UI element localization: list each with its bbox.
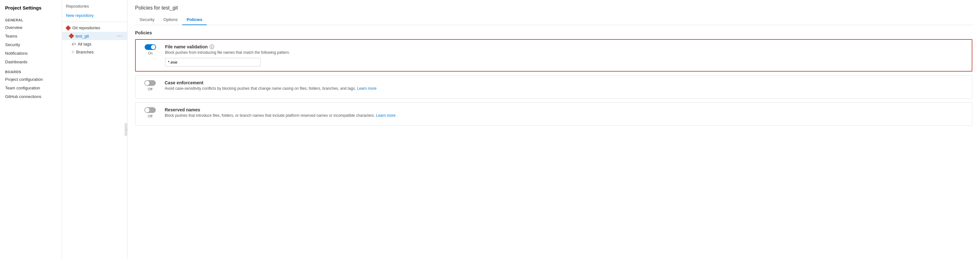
policy-desc-case: Avoid case-sensitivity conflicts by bloc… — [165, 86, 967, 91]
policy-info-reserved: Reserved names Block pushes that introdu… — [165, 107, 967, 121]
reserved-names-learn-more[interactable]: Learn more — [376, 113, 395, 118]
policy-toggle-area-case: Off — [140, 80, 160, 91]
sidebar-item-dashboards[interactable]: Dashboards — [0, 58, 62, 66]
toggle-label-case: Off — [148, 87, 152, 91]
sidebar-item-project-configuration[interactable]: Project configuration — [0, 75, 62, 84]
left-sidebar: Project Settings General Overview Teams … — [0, 0, 62, 259]
policy-card-case-enforcement: Off Case enforcement Avoid case-sensitiv… — [135, 76, 972, 99]
toggle-knob — [145, 81, 150, 85]
reserved-names-toggle[interactable] — [144, 107, 156, 113]
all-tags-item[interactable]: 🏷 All tags — [62, 40, 127, 48]
git-repositories-label: Git repositories — [72, 25, 100, 30]
repo-name-label: test_git — [75, 34, 115, 38]
toggle-label-reserved: Off — [148, 114, 152, 118]
policy-name-case: Case enforcement — [165, 80, 967, 85]
branches-item[interactable]: ⑂ Branches — [62, 48, 127, 56]
diamond-icon — [66, 26, 70, 30]
tag-icon: 🏷 — [72, 42, 76, 46]
branch-icon: ⑂ — [72, 50, 74, 54]
info-icon-file-name[interactable]: i — [210, 44, 214, 49]
sidebar-item-teams[interactable]: Teams — [0, 32, 62, 40]
chevron-left-icon: ‹ — [126, 128, 127, 131]
all-tags-label: All tags — [78, 42, 91, 46]
sidebar-item-team-configuration[interactable]: Team configuration — [0, 84, 62, 92]
policy-row: Off Reserved names Block pushes that int… — [140, 107, 967, 121]
policy-row: Off Case enforcement Avoid case-sensitiv… — [140, 80, 967, 94]
collapse-panel-button[interactable]: ‹ — [124, 123, 127, 136]
boards-section-label: Boards — [0, 66, 62, 75]
case-enforcement-toggle[interactable] — [144, 80, 156, 86]
tab-options[interactable]: Options — [159, 15, 182, 25]
repo-more-button[interactable]: ··· — [117, 33, 123, 38]
main-content: Policies for test_git Security Options P… — [127, 0, 980, 259]
file-name-validation-toggle[interactable] — [145, 44, 156, 50]
branches-label: Branches — [76, 50, 94, 54]
new-repository-button[interactable]: New repository — [62, 11, 127, 20]
toggle-knob — [151, 45, 156, 49]
policy-name-file-name: File name validation i — [165, 44, 967, 49]
sidebar-item-overview[interactable]: Overview — [0, 23, 62, 32]
policy-card-file-name-validation: On File name validation i Block pushes f… — [135, 39, 972, 72]
policy-desc-file-name: Block pushes from introducing file names… — [165, 50, 967, 55]
policy-info-case: Case enforcement Avoid case-sensitivity … — [165, 80, 967, 94]
policies-section-title: Policies — [135, 30, 972, 35]
sidebar-item-security[interactable]: Security — [0, 40, 62, 49]
tabs-row: Security Options Policies — [135, 15, 972, 25]
git-repositories-group[interactable]: Git repositories — [62, 24, 127, 32]
repositories-title: Repositories — [62, 4, 127, 11]
policy-toggle-area-reserved: Off — [140, 107, 160, 118]
middle-panel: Repositories New repository Git reposito… — [62, 0, 127, 259]
toggle-knob — [145, 108, 150, 112]
tab-security[interactable]: Security — [135, 15, 159, 25]
policy-row: On File name validation i Block pushes f… — [141, 44, 967, 66]
repo-diamond-icon — [69, 34, 73, 38]
divider — [62, 22, 127, 22]
page-title: Policies for test_git — [135, 5, 972, 11]
policy-desc-reserved: Block pushes that introduce files, folde… — [165, 113, 967, 118]
policy-info-file-name: File name validation i Block pushes from… — [165, 44, 967, 66]
policy-toggle-area-file-name: On — [141, 44, 160, 55]
policy-name-reserved: Reserved names — [165, 107, 967, 112]
general-section-label: General — [0, 14, 62, 23]
toggle-label-file-name: On — [148, 51, 153, 55]
file-name-pattern-input[interactable] — [165, 58, 261, 66]
project-settings-title: Project Settings — [0, 5, 62, 14]
sidebar-item-github-connections[interactable]: GitHub connections — [0, 92, 62, 101]
case-enforcement-learn-more[interactable]: Learn more — [357, 86, 376, 91]
tab-policies[interactable]: Policies — [182, 15, 207, 25]
test-git-repo-item[interactable]: test_git ··· — [62, 32, 127, 40]
policy-card-reserved-names: Off Reserved names Block pushes that int… — [135, 103, 972, 126]
sidebar-item-notifications[interactable]: Notifications — [0, 49, 62, 58]
